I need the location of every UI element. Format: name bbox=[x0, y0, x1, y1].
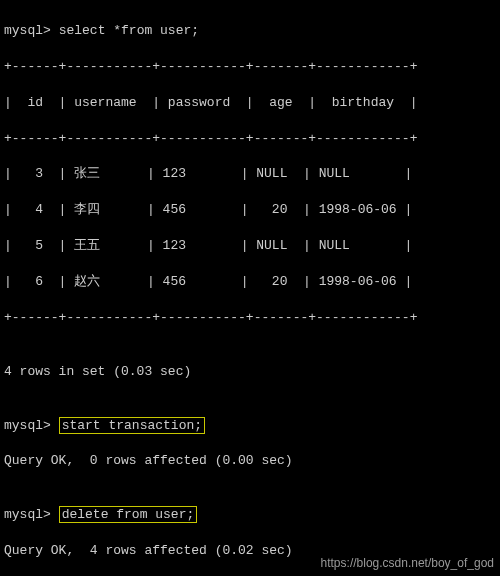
table-row: | 6 | 赵六 | 456 | 20 | 1998-06-06 | bbox=[4, 273, 496, 291]
prompt: mysql> bbox=[4, 507, 51, 522]
sql-start-transaction: start transaction; bbox=[59, 417, 205, 434]
watermark: https://blog.csdn.net/boy_of_god bbox=[321, 555, 494, 572]
table-header: | id | username | password | age | birth… bbox=[4, 94, 496, 112]
table-row: | 3 | 张三 | 123 | NULL | NULL | bbox=[4, 165, 496, 183]
prompt: mysql> bbox=[4, 418, 51, 433]
sql-delete: delete from user; bbox=[59, 506, 198, 523]
prompt-line: mysql> start transaction; bbox=[4, 417, 496, 435]
table-row: | 4 | 李四 | 456 | 20 | 1998-06-06 | bbox=[4, 201, 496, 219]
table-border: +------+-----------+-----------+-------+… bbox=[4, 309, 496, 327]
table-row: | 5 | 王五 | 123 | NULL | NULL | bbox=[4, 237, 496, 255]
sql-select-1: select *from user; bbox=[59, 23, 199, 38]
prompt-line: mysql> delete from user; bbox=[4, 506, 496, 524]
prompt-line: mysql> select *from user; bbox=[4, 22, 496, 40]
terminal[interactable]: mysql> select *from user; +------+------… bbox=[0, 0, 500, 576]
table-border: +------+-----------+-----------+-------+… bbox=[4, 130, 496, 148]
status: Query OK, 0 rows affected (0.00 sec) bbox=[4, 452, 496, 470]
table-border: +------+-----------+-----------+-------+… bbox=[4, 58, 496, 76]
status: 4 rows in set (0.03 sec) bbox=[4, 363, 496, 381]
prompt: mysql> bbox=[4, 23, 51, 38]
